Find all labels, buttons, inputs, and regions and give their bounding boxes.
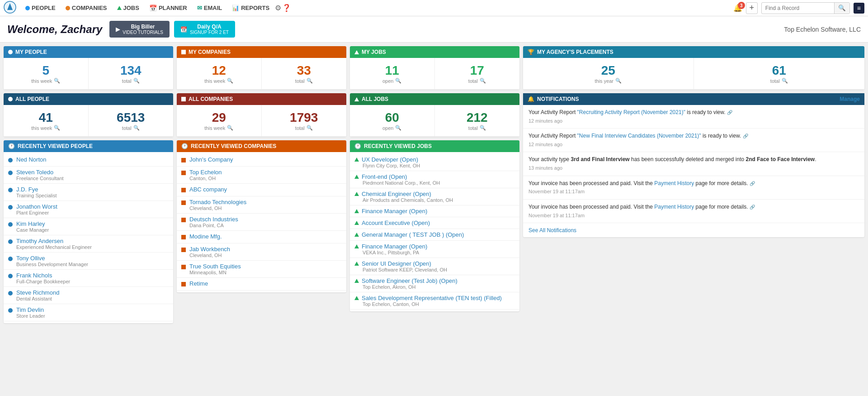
job-title: Sales Development Representative (TEN te… xyxy=(362,295,502,301)
notif-link[interactable]: Payment History xyxy=(654,180,694,186)
add-button[interactable]: + xyxy=(746,2,758,14)
list-item[interactable]: Tim Devlin Store Leader xyxy=(4,304,173,321)
bold-text: 3rd and Final Interview xyxy=(571,156,630,162)
more-options-button[interactable]: ≡ xyxy=(854,3,864,14)
my-people-week-search[interactable]: 🔍 xyxy=(54,78,60,84)
daily-qa-button[interactable]: 📆 Daily Q/A SIGNUP FOR 2 ET xyxy=(174,21,235,38)
companies-dot xyxy=(66,6,70,10)
person-sub: Plant Engineer xyxy=(16,210,57,215)
list-item[interactable]: Sales Development Representative (TEN te… xyxy=(350,292,519,310)
job-item-header: Sales Development Representative (TEN te… xyxy=(354,295,515,301)
external-link-icon[interactable]: 🔗 xyxy=(750,205,755,210)
all-companies-total-search[interactable]: 🔍 xyxy=(307,125,313,131)
list-item[interactable]: Steve Richmond Dental Assistant xyxy=(4,287,173,304)
list-item[interactable]: Top Echelon Canton, OH xyxy=(177,167,346,184)
list-item[interactable]: Retime xyxy=(177,278,346,291)
list-item[interactable]: Deutsch Industries Dana Point, CA xyxy=(177,214,346,231)
my-jobs-open-search[interactable]: 🔍 xyxy=(395,78,401,84)
list-item[interactable]: Finance Manager (Open) xyxy=(350,205,519,217)
help-icon[interactable]: ❓ xyxy=(282,4,291,12)
all-people-stats: 41 this week 🔍 6513 total 🔍 xyxy=(4,105,173,137)
find-record-search-button[interactable]: 🔍 xyxy=(834,3,849,14)
list-item[interactable]: ABC company xyxy=(177,184,346,196)
external-link-icon[interactable]: 🔗 xyxy=(743,134,748,138)
all-jobs-total-search[interactable]: 🔍 xyxy=(480,125,486,131)
placements-year-number: 25 xyxy=(530,63,686,78)
list-item[interactable]: Software Engineer (Test Job) (Open) Top … xyxy=(350,275,519,292)
list-item[interactable]: Chemical Engineer (Open) Air Products an… xyxy=(350,188,519,205)
company-sub: Minneapolis, MN xyxy=(189,270,241,275)
list-item[interactable]: Account Executive (Open) xyxy=(350,217,519,229)
job-title: General Manager ( TEST JOB ) (Open) xyxy=(362,231,464,238)
all-people-week-search[interactable]: 🔍 xyxy=(54,125,60,131)
notif-link[interactable]: "Recruiting Activity Report (November 20… xyxy=(577,109,685,115)
person-sub: Full-Charge Bookkeeper xyxy=(16,279,70,284)
nav-email[interactable]: ✉ EMAIL xyxy=(193,3,226,13)
list-item[interactable]: Tornado Technologies Cleveland, OH xyxy=(177,196,346,214)
job-title: Account Executive (Open) xyxy=(362,219,430,226)
recently-viewed-people-title: RECENTLY VIEWED PEOPLE xyxy=(18,143,93,149)
list-item[interactable]: Tony Ollive Business Development Manager xyxy=(4,253,173,270)
app-logo[interactable] xyxy=(4,1,16,15)
job-item-header: General Manager ( TEST JOB ) (Open) xyxy=(354,231,515,238)
placements-stats: 25 this year 🔍 61 total 🔍 xyxy=(523,58,864,90)
nav-jobs[interactable]: JOBS xyxy=(113,3,144,13)
all-jobs-open-search[interactable]: 🔍 xyxy=(395,125,401,131)
notif-link[interactable]: "New Final Interview Candidates (Novembe… xyxy=(577,133,701,139)
list-item[interactable]: John's Company xyxy=(177,154,346,167)
notifications-button[interactable]: 🔔 3 xyxy=(733,4,742,12)
list-item[interactable]: Timothy Andersen Experienced Mechanical … xyxy=(4,235,173,253)
nav-companies[interactable]: COMPANIES xyxy=(61,3,112,13)
list-item[interactable]: Senior UI Designer (Open) Patriot Softwa… xyxy=(350,258,519,275)
my-people-total-search[interactable]: 🔍 xyxy=(133,78,140,84)
nav-people[interactable]: PEOPLE xyxy=(21,3,60,13)
notifications-title: NOTIFICATIONS xyxy=(537,96,579,102)
daily-label: Daily Q/A xyxy=(197,24,221,30)
people-dot xyxy=(25,6,30,10)
notifications-header: 🔔 NOTIFICATIONS Manage xyxy=(523,93,864,105)
all-companies-week-search[interactable]: 🔍 xyxy=(227,125,233,131)
find-record-input[interactable] xyxy=(762,5,834,11)
all-jobs-icon xyxy=(354,97,359,101)
my-companies-total-search[interactable]: 🔍 xyxy=(307,78,313,84)
external-link-icon[interactable]: 🔗 xyxy=(727,110,732,115)
settings-icon[interactable]: ⚙ xyxy=(275,4,281,12)
nav-reports[interactable]: 📊 REPORTS xyxy=(227,3,274,13)
my-companies-week-search[interactable]: 🔍 xyxy=(227,78,233,84)
header-bar: Welcome, Zachary ▶ Big Biller VIDEO TUTO… xyxy=(0,16,868,43)
job-triangle-icon xyxy=(354,192,359,196)
see-all-notifications-link[interactable]: See All Notifications xyxy=(528,227,576,234)
placements-total-search[interactable]: 🔍 xyxy=(782,78,788,84)
list-item[interactable]: Kim Harley Case Manager xyxy=(4,218,173,235)
job-sub: Patriot Software KEEP, Cleveland, OH xyxy=(363,267,515,272)
list-item[interactable]: True South Equities Minneapolis, MN xyxy=(177,261,346,278)
list-item[interactable]: Ned Norton xyxy=(4,154,173,167)
tutorial-button[interactable]: ▶ Big Biller VIDEO TUTORIALS xyxy=(109,21,170,38)
placements-year-search[interactable]: 🔍 xyxy=(615,78,622,84)
nav-planner[interactable]: 📅 PLANNER xyxy=(145,3,192,14)
list-item[interactable]: Jab Workbench Cleveland, OH xyxy=(177,243,346,261)
list-item-content: Top Echelon Canton, OH xyxy=(189,169,222,181)
all-companies-icon xyxy=(181,97,186,101)
list-item[interactable]: General Manager ( TEST JOB ) (Open) xyxy=(350,229,519,241)
list-item[interactable]: Jonathon Worst Plant Engineer xyxy=(4,201,173,218)
person-sub: Experienced Mechanical Engineer xyxy=(16,244,92,250)
my-jobs-total-search[interactable]: 🔍 xyxy=(480,78,486,84)
list-item[interactable]: J.D. Fye Training Specialist xyxy=(4,184,173,201)
nav-people-label: PEOPLE xyxy=(32,5,56,11)
all-people-total-search[interactable]: 🔍 xyxy=(133,125,140,131)
list-item[interactable]: Finance Manager (Open) VEKA Inc., Pittsb… xyxy=(350,241,519,258)
list-item[interactable]: Modine Mfg. xyxy=(177,231,346,243)
company-name: Top Echelon xyxy=(189,169,222,176)
notifications-manage-link[interactable]: Manage xyxy=(840,96,860,102)
external-link-icon[interactable]: 🔗 xyxy=(750,181,755,186)
list-item-content: Jab Workbench Cleveland, OH xyxy=(189,246,230,258)
notif-text: Your invoice has been processed and paid… xyxy=(528,180,859,187)
list-item[interactable]: Frank Nichols Full-Charge Bookkeeper xyxy=(4,270,173,287)
company-icon xyxy=(181,200,186,206)
list-item[interactable]: Front-end (Open) Piedmont National Corp.… xyxy=(350,171,519,188)
list-item[interactable]: Steven Toledo Freelance Consultant xyxy=(4,167,173,184)
my-jobs-open-cell: 11 open 🔍 xyxy=(350,58,435,90)
notif-link[interactable]: Payment History xyxy=(654,204,694,210)
list-item[interactable]: UX Developer (Open) Flynn City Corp, Ken… xyxy=(350,154,519,171)
